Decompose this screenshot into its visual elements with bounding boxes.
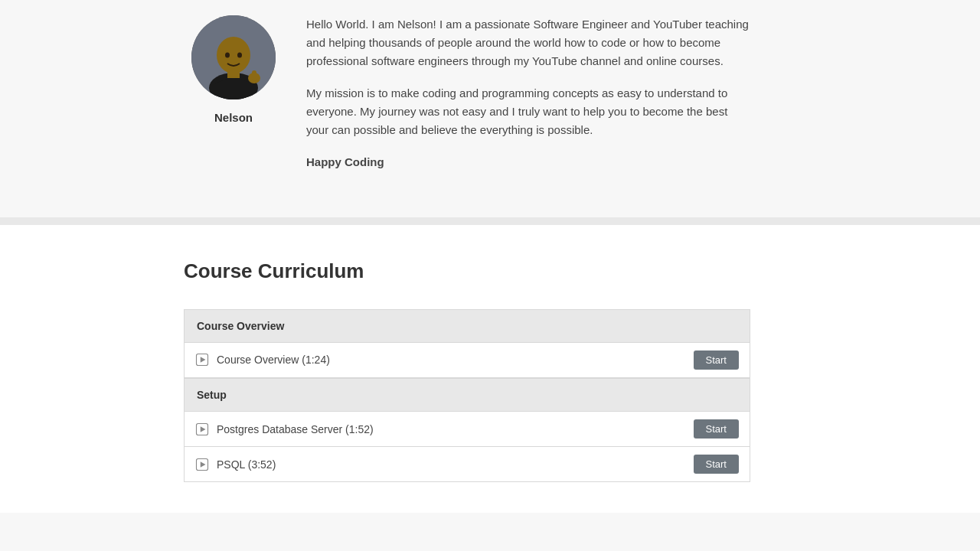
curriculum-title: Course Curriculum [184, 256, 949, 288]
lesson-item: Course Overview (1:24)Start [184, 343, 750, 378]
bio-paragraph-1: Hello World. I am Nelson! I am a passion… [306, 15, 750, 70]
curriculum-section: Course Curriculum Course Overview Course… [0, 225, 980, 513]
section-divider [0, 217, 980, 225]
lesson-title: Postgres Database Server (1:52) [217, 421, 374, 438]
start-button[interactable]: Start [694, 455, 739, 474]
instructor-section: Nelson Hello World. I am Nelson! I am a … [0, 0, 980, 217]
instructor-content: Nelson Hello World. I am Nelson! I am a … [0, 15, 980, 171]
lesson-title: Course Overview (1:24) [217, 351, 330, 368]
lesson-left: PSQL (3:52) [195, 456, 276, 473]
lesson-left: Course Overview (1:24) [195, 351, 330, 368]
play-icon [195, 422, 209, 436]
svg-point-5 [237, 53, 242, 58]
svg-marker-9 [201, 357, 206, 364]
svg-point-2 [217, 37, 250, 73]
bio-paragraph-2: My mission is to make coding and program… [306, 84, 750, 139]
curriculum-list: Course Overview Course Overview (1:24)St… [184, 309, 750, 483]
svg-marker-13 [201, 461, 206, 468]
start-button[interactable]: Start [694, 419, 739, 439]
instructor-avatar-wrap: Nelson [184, 15, 283, 127]
lesson-item: Postgres Database Server (1:52)Start [184, 412, 750, 447]
play-icon [195, 458, 209, 471]
start-button[interactable]: Start [694, 350, 739, 370]
section-header: Setup [184, 378, 750, 412]
svg-point-4 [225, 53, 230, 58]
svg-marker-11 [201, 426, 206, 432]
bio-sign-off: Happy Coding [306, 153, 750, 171]
svg-rect-3 [227, 69, 240, 78]
curriculum-section-group: Course Overview Course Overview (1:24)St… [184, 309, 750, 378]
svg-rect-7 [252, 70, 256, 81]
lesson-left: Postgres Database Server (1:52) [195, 421, 374, 438]
avatar [191, 15, 276, 99]
instructor-bio: Hello World. I am Nelson! I am a passion… [306, 15, 750, 171]
section-header: Course Overview [184, 309, 750, 343]
play-icon [195, 353, 209, 367]
lesson-title: PSQL (3:52) [217, 456, 276, 473]
curriculum-section-group: Setup Postgres Database Server (1:52)Sta… [184, 378, 750, 482]
lesson-item: PSQL (3:52)Start [184, 447, 750, 482]
instructor-name: Nelson [214, 109, 253, 127]
